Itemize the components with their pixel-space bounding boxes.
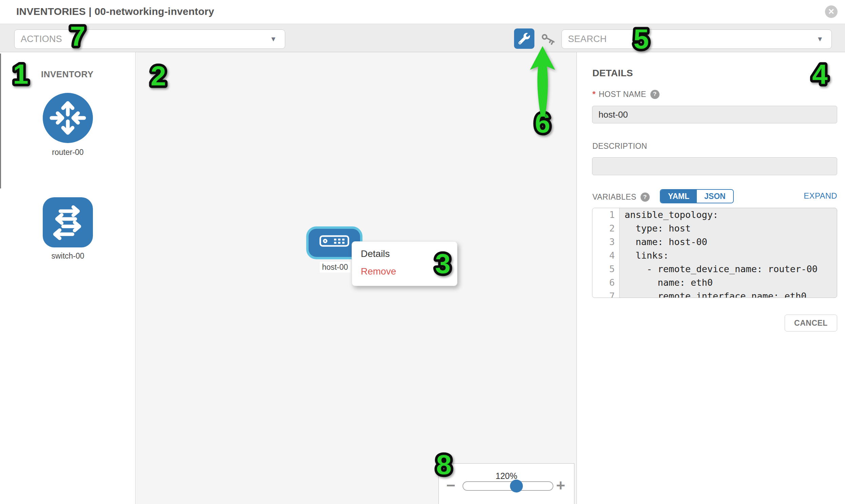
help-icon[interactable]: ? xyxy=(650,90,659,99)
search-dropdown-label: SEARCH xyxy=(568,34,606,44)
actions-dropdown-label: ACTIONS xyxy=(21,34,62,44)
palette-item-label: router-00 xyxy=(0,148,136,157)
code-line: 4 links: xyxy=(592,249,837,262)
search-dropdown[interactable]: SEARCH ▼ xyxy=(562,30,832,49)
page-header: INVENTORIES | 00-networking-inventory ✕ xyxy=(0,0,845,24)
wrench-icon xyxy=(518,33,530,44)
expand-link[interactable]: EXPAND xyxy=(804,191,837,201)
zoom-level-readout: 120% xyxy=(439,471,574,481)
zoom-in-button[interactable]: + xyxy=(556,477,565,493)
code-line: 5 - remote_device_name: router-00 xyxy=(592,262,837,276)
tab-yaml[interactable]: YAML xyxy=(661,190,697,203)
switch-icon xyxy=(43,197,93,249)
variables-code-editor[interactable]: 1 ansible_topology: 2 type: host 3 name:… xyxy=(592,208,837,298)
palette-item-router[interactable]: router-00 xyxy=(0,92,136,157)
zoom-out-button[interactable]: − xyxy=(446,477,455,493)
chevron-down-icon: ▼ xyxy=(270,35,277,43)
host-node-label: host-00 xyxy=(320,262,350,272)
zoom-slider-track[interactable] xyxy=(462,481,553,491)
details-panel-title: DETAILS xyxy=(592,68,633,79)
page-title: INVENTORIES | 00-networking-inventory xyxy=(16,6,214,17)
context-menu-item-remove[interactable]: Remove xyxy=(352,263,457,280)
variables-label: VARIABLES xyxy=(592,193,636,202)
host-icon xyxy=(319,235,349,247)
host-name-label-row: * HOST NAME ? xyxy=(592,89,659,99)
code-line: 7 remote_interface_name: eth0 xyxy=(592,289,837,298)
description-input[interactable] xyxy=(592,157,837,175)
palette-item-label: switch-00 xyxy=(0,252,136,260)
router-icon xyxy=(42,92,93,145)
chevron-down-icon: ▼ xyxy=(816,35,823,43)
required-asterisk: * xyxy=(592,89,596,99)
details-panel: DETAILS * HOST NAME ? DESCRIPTION VARIAB… xyxy=(577,52,845,504)
topology-canvas[interactable]: host-00 Details Remove 120% − + xyxy=(136,52,577,504)
zoom-control-panel: 120% − + xyxy=(438,463,575,504)
zoom-slider-thumb[interactable] xyxy=(510,480,523,492)
toolbar: ACTIONS ▼ SEARCH ▼ xyxy=(0,24,845,52)
key-credential-button[interactable] xyxy=(540,31,557,48)
code-line: 6 name: eth0 xyxy=(592,276,837,289)
host-name-label: HOST NAME xyxy=(599,90,646,99)
palette-item-switch[interactable]: switch-00 xyxy=(0,197,136,260)
context-menu-item-details[interactable]: Details xyxy=(352,245,457,263)
actions-dropdown[interactable]: ACTIONS ▼ xyxy=(14,30,285,49)
help-icon[interactable]: ? xyxy=(640,193,650,202)
description-label: DESCRIPTION xyxy=(592,142,647,151)
host-name-input[interactable] xyxy=(592,106,837,123)
code-line: 3 name: host-00 xyxy=(592,235,837,249)
variables-format-toggle: YAML JSON xyxy=(660,189,734,203)
close-icon: ✕ xyxy=(828,7,834,16)
variables-label-row: VARIABLES ? xyxy=(592,193,650,202)
close-button[interactable]: ✕ xyxy=(825,5,838,18)
context-menu: Details Remove xyxy=(352,241,457,286)
code-line: 1 ansible_topology: xyxy=(592,208,837,222)
cancel-button[interactable]: CANCEL xyxy=(785,314,837,331)
sidebar-title: INVENTORY xyxy=(41,69,93,80)
inventory-sidebar: INVENTORY router-00 xyxy=(0,52,136,504)
code-line: 2 type: host xyxy=(592,222,837,235)
key-icon xyxy=(540,31,557,48)
tab-json[interactable]: JSON xyxy=(697,190,733,203)
inventory-topology-app: INVENTORIES | 00-networking-inventory ✕ … xyxy=(0,0,845,504)
description-label-row: DESCRIPTION xyxy=(592,142,647,151)
configure-button[interactable] xyxy=(514,29,534,49)
